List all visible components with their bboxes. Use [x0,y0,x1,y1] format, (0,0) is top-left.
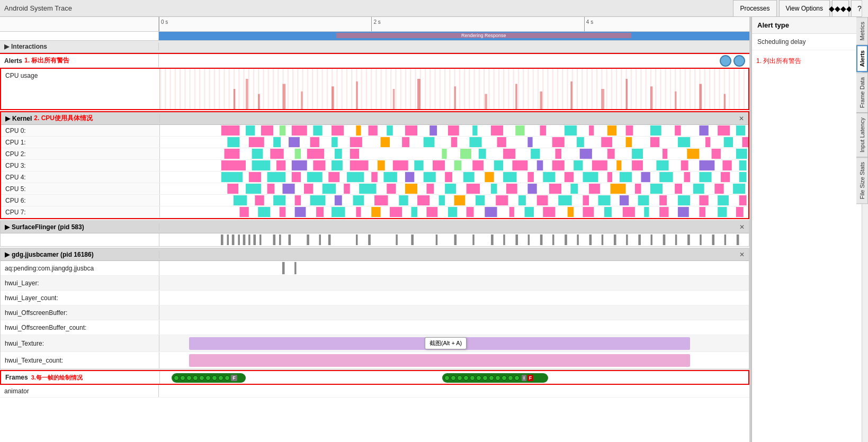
cpu7-content[interactable] [160,206,748,218]
cpu0-content[interactable] [160,125,748,136]
svg-rect-61 [527,137,532,147]
svg-rect-92 [221,160,246,170]
svg-rect-247 [515,234,518,245]
cpu3-content[interactable] [160,160,748,171]
svg-rect-174 [295,195,301,205]
cpu4-label: CPU 4: [1,172,160,183]
gdg-hwui-layer-count-content[interactable] [159,291,749,305]
cpu6-content[interactable] [160,195,748,206]
cpu4-content[interactable] [160,172,748,183]
nav-bar-content[interactable]: Rendering Response [159,32,749,40]
gdg-hwui-offscreen-count-content[interactable] [159,320,749,335]
texture-count-bar [189,354,690,367]
gdg-hwui-texture-row: hwui_Texture: 截图(Alt + A) [1,335,749,352]
svg-rect-150 [323,184,336,194]
svg-rect-185 [518,195,526,205]
cpu2-content[interactable]: co [160,148,748,159]
titlebar-buttons: Processes View Options ◆◆◆◆ ? [733,0,868,17]
svg-rect-206 [411,207,417,217]
svg-rect-242 [436,234,437,245]
cpu5-content[interactable] [160,183,748,194]
processes-button[interactable]: Processes [733,0,776,17]
svg-rect-163 [589,184,600,194]
svg-rect-128 [424,172,436,182]
frames-content[interactable]: F [160,371,748,384]
svg-rect-32 [405,125,417,136]
main-layout: 0 s 2 s 4 s Rendering Response ▶ Interac… [0,17,868,442]
tab-input-latency[interactable]: Input Latency [856,113,868,157]
svg-rect-218 [644,207,649,217]
tab-alerts[interactable]: Alerts [856,45,868,72]
svg-rect-42 [626,125,633,136]
cpu1-row: CPU 1: [1,137,748,148]
svg-rect-245 [491,234,494,245]
svg-rect-57 [424,137,435,147]
frame-dot [205,375,211,381]
view-options-button[interactable]: View Options [779,0,830,17]
svg-rect-149 [304,184,313,194]
svg-rect-144 [739,172,747,182]
svg-rect-55 [381,137,390,147]
svg-rect-160 [527,184,536,194]
svg-rect-77 [350,149,359,159]
svg-rect-81 [479,149,486,159]
svg-rect-267 [294,262,296,274]
cpu5-label: CPU 5: [1,183,160,194]
frame-dot [451,375,456,381]
svg-rect-86 [607,149,615,159]
kernel-close-button[interactable]: ✕ [739,115,744,122]
alert-circle-1[interactable] [720,55,731,67]
tab-frame-data[interactable]: Frame Data [856,73,868,113]
svg-rect-265 [737,234,739,245]
right-tabs: Metrics Alerts Frame Data Input Latency … [856,17,868,204]
svg-rect-217 [623,207,635,217]
alerts-label: Alerts 1. 标出所有警告 [0,54,159,67]
gdg-aq-content[interactable] [159,261,749,275]
svg-rect-72 [252,149,263,159]
gdg-hwui-layer-content[interactable] [159,276,749,290]
gdg-label[interactable]: ▶ gdg.jjusbcamer (pid 16186) [1,251,159,258]
svg-rect-89 [687,149,699,159]
svg-rect-133 [527,172,534,182]
frame-dot [199,375,204,381]
cpu1-content[interactable] [160,137,748,148]
svg-rect-236 [319,234,320,245]
svg-rect-25 [280,125,286,136]
svg-rect-70 [742,137,748,147]
kernel-label[interactable]: ▶ Kernel 2. CPU使用具体情况 [1,114,160,123]
timeline-ruler[interactable]: 0 s 2 s 4 s [159,17,749,31]
gdg-hwui-texture-count-content[interactable] [159,352,749,368]
svg-rect-127 [405,172,414,182]
sf-close-button[interactable]: ✕ [739,223,745,231]
alerts-row: Alerts 1. 标出所有警告 [0,53,749,68]
sf-label[interactable]: ▶ SurfaceFlinger (pid 583) [1,223,159,231]
interactions-label[interactable]: ▶ Interactions [0,43,159,50]
svg-rect-171 [234,195,247,205]
svg-rect-30 [368,125,377,136]
svg-rect-27 [313,125,322,136]
svg-rect-220 [678,207,689,217]
svg-rect-146 [246,184,261,194]
svg-rect-117 [739,160,747,170]
svg-rect-93 [252,160,271,170]
gdg-hwui-texture-content[interactable]: 截图(Alt + A) [159,335,749,351]
sf-track-content[interactable] [159,233,749,246]
tab-file-size-stats[interactable]: File Size Stats [856,157,868,204]
svg-rect-5 [282,84,285,110]
svg-rect-198 [258,207,270,217]
gdg-close-button[interactable]: ✕ [739,251,745,258]
cpu-usage-content[interactable] [160,69,748,109]
sf-header: ▶ SurfaceFlinger (pid 583) ✕ [1,221,749,233]
icon-button-1[interactable]: ◆◆◆◆ [832,0,849,17]
gdg-hwui-offscreen-content[interactable] [159,305,749,320]
svg-rect-141 [684,172,690,182]
tooltip-screenshot: 截图(Alt + A) [425,337,467,349]
svg-rect-85 [580,149,592,159]
tracks-container[interactable]: ▶ Interactions Alerts 1. 标出所有警告 [0,40,749,442]
svg-rect-250 [552,234,554,245]
svg-rect-103 [454,160,462,170]
animator-content[interactable] [159,385,749,397]
tab-metrics[interactable]: Metrics [856,17,868,45]
alert-circle-2[interactable] [733,55,745,67]
i-badge: I [522,375,526,381]
